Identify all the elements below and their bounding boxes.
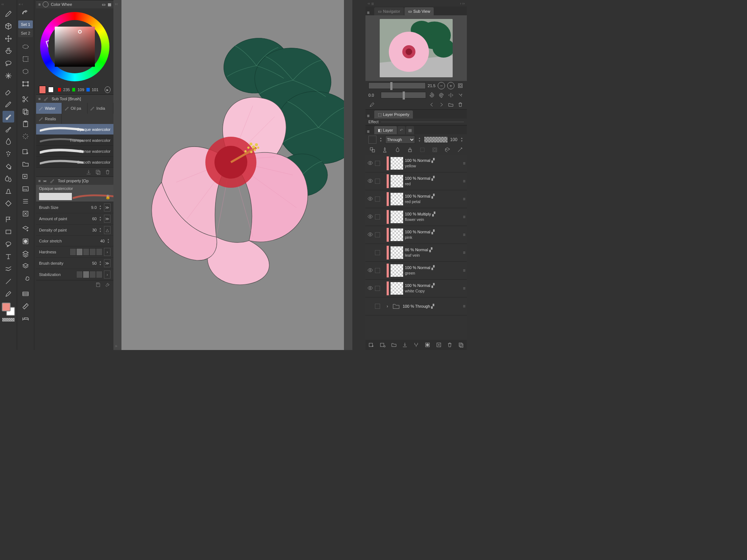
layer-menu-icon[interactable]: ≡ (463, 250, 465, 255)
link-icon[interactable]: ⫘ (43, 179, 47, 183)
layer-row[interactable]: 100 % Normal ▞red petal≡ (365, 190, 467, 208)
smudge-icon[interactable] (3, 136, 14, 147)
prev-color-swatch[interactable] (48, 87, 53, 93)
import-icon[interactable] (20, 171, 31, 182)
reference-image[interactable] (380, 19, 453, 77)
lock-trans-icon[interactable] (418, 146, 426, 154)
diamond-icon[interactable] (3, 198, 14, 209)
menu-icon[interactable] (20, 195, 31, 207)
fit-icon[interactable] (457, 82, 464, 89)
trash-icon[interactable] (105, 169, 111, 175)
opacity-slider[interactable] (424, 136, 448, 143)
eyedrop-ref-icon[interactable] (368, 101, 376, 108)
color-wheel[interactable] (36, 8, 113, 85)
gear-icon[interactable] (456, 146, 464, 154)
mask-new-icon[interactable] (424, 341, 431, 349)
next-icon[interactable] (438, 101, 445, 108)
merge-icon[interactable] (413, 341, 420, 349)
commit-icon[interactable] (401, 341, 409, 349)
loading-icon[interactable] (20, 131, 31, 142)
brush-dense[interactable]: Dense watercolor (36, 146, 113, 157)
spray-icon[interactable] (3, 148, 14, 160)
prop-stretch[interactable]: Color stretch 40▴▾ (36, 236, 113, 246)
canvas-collapse-icon[interactable]: ‹‹ (115, 1, 118, 7)
trash-icon[interactable] (457, 101, 464, 108)
brush-tool-icon[interactable] (3, 111, 14, 122)
lock-icon[interactable]: 🔓 (105, 195, 111, 199)
layer-row[interactable]: 100 % Normal ▞green≡ (365, 262, 467, 280)
clipboard-icon[interactable] (20, 118, 31, 130)
prop-hardness[interactable]: Hardness › (36, 246, 113, 257)
ruler-layer-icon[interactable] (444, 146, 452, 154)
layer-row[interactable]: 100 % Normal ▞yellow≡ (365, 155, 467, 172)
layer-row[interactable]: 86 % Normal ▞leaf vein≡ (365, 244, 467, 262)
visibility-icon[interactable] (367, 196, 374, 203)
stream-icon[interactable] (3, 263, 14, 275)
visibility-icon[interactable] (367, 267, 374, 274)
reset-icon[interactable] (457, 92, 464, 99)
brush-transparent[interactable]: Transparent watercolor (36, 135, 113, 146)
layer-menu-icon[interactable]: ≡ (463, 232, 465, 237)
pen-icon[interactable] (3, 98, 14, 110)
swatches-icon[interactable]: ▦ (108, 2, 111, 7)
toolset-1[interactable]: Set 1 (18, 20, 33, 28)
airbrush-icon[interactable] (3, 123, 14, 135)
layer-add-icon[interactable] (20, 223, 31, 235)
rotate-cw-icon[interactable] (438, 92, 445, 99)
transparent-swatch[interactable] (2, 318, 15, 322)
draft-icon[interactable] (394, 146, 402, 154)
layer-tab[interactable]: ◧Layer (374, 126, 397, 134)
opacity-spin[interactable]: ▴▾ (460, 136, 464, 143)
bed-icon[interactable] (20, 313, 31, 324)
prop-amount[interactable]: Amount of paint 60▴▾≫ (36, 213, 113, 224)
prop-brush-density[interactable]: Brush density 50▴▾≫ (36, 257, 113, 269)
visibility-icon[interactable] (367, 214, 374, 221)
layer-check[interactable] (375, 179, 380, 184)
ellipse-select-icon[interactable] (20, 41, 31, 52)
layers2-icon[interactable] (20, 260, 31, 272)
prop-density[interactable]: Density of paint 30▴▾△ (36, 224, 113, 236)
menu-icon[interactable]: ≡ (38, 2, 40, 7)
layer-color-chip[interactable] (368, 136, 376, 144)
eraser-icon[interactable] (3, 86, 14, 98)
layer-row[interactable]: 100 % Normal ▞pink≡ (365, 226, 467, 244)
visibility-icon[interactable] (367, 160, 374, 167)
layer-row[interactable]: ›100 % Through ▞≡ (365, 298, 467, 315)
new-raster-icon[interactable] (368, 341, 375, 349)
layer-menu-icon[interactable]: ≡ (463, 179, 465, 184)
brush-opaque[interactable]: Opaque watercolor (36, 124, 113, 135)
move-icon[interactable] (3, 33, 14, 44)
visibility-icon[interactable] (367, 178, 374, 185)
visibility-icon[interactable] (367, 232, 374, 238)
menu-icon[interactable]: ≡ (367, 10, 369, 15)
brush-smooth[interactable]: Smooth watercolor (36, 157, 113, 168)
brush-cursor-icon[interactable] (3, 8, 14, 20)
menu-icon[interactable]: ≡ (367, 113, 369, 118)
layer-menu-icon[interactable]: ≡ (463, 268, 465, 273)
rotation-slider[interactable] (381, 92, 426, 98)
layer-check[interactable] (375, 250, 380, 255)
zoom-in-icon[interactable]: + (447, 82, 454, 89)
subtool-tab-realistic[interactable]: Realis (36, 114, 62, 124)
wrench-icon[interactable] (105, 282, 111, 288)
prop-stabilization[interactable]: Stabilization › (36, 269, 113, 280)
tab-subview[interactable]: ▭Sub View (405, 7, 434, 15)
visibility-icon[interactable] (367, 285, 374, 292)
layer-row[interactable]: 100 % Normal ▞white Copy≡ (365, 280, 467, 298)
folder-icon[interactable] (20, 158, 31, 170)
layer-check[interactable] (375, 214, 380, 219)
trash-layer-icon[interactable] (446, 341, 453, 349)
fg-bg-swatch[interactable] (2, 303, 15, 316)
mask-enable-icon[interactable] (431, 146, 439, 154)
refresh-icon[interactable] (20, 8, 31, 20)
dup-layer-icon[interactable] (457, 341, 465, 349)
layer-check[interactable] (375, 232, 380, 237)
layer-menu-icon[interactable]: ≡ (463, 304, 465, 309)
hand-icon[interactable] (3, 45, 14, 57)
sliders-icon[interactable]: ▭ (102, 2, 105, 7)
eyedropper-icon[interactable] (3, 288, 14, 300)
layer-menu-icon[interactable]: ≡ (463, 161, 465, 166)
sparkle-icon[interactable] (3, 70, 14, 82)
layer-check[interactable] (375, 197, 380, 202)
history-icon[interactable]: ↶ (398, 126, 405, 134)
